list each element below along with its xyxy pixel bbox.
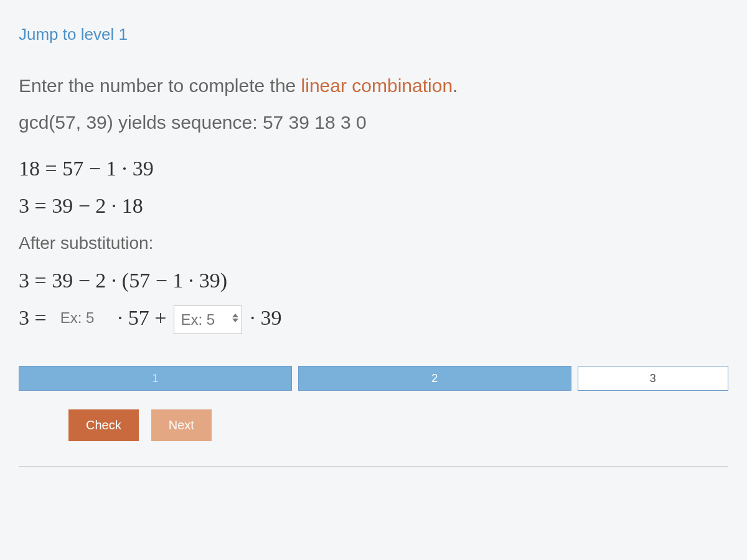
- stepper-down-icon[interactable]: [232, 319, 238, 322]
- math-line-3: 3 = 39 − 2 · (57 − 1 · 39): [19, 264, 728, 297]
- stepper-controls: [232, 314, 238, 322]
- progress-segment-1[interactable]: 1: [19, 366, 292, 391]
- instruction-accent: linear combination: [301, 75, 453, 96]
- gcd-sequence-text: gcd(57, 39) yields sequence: 57 39 18 3 …: [19, 112, 728, 133]
- progress-segment-3[interactable]: 3: [578, 366, 728, 391]
- jump-to-level-link[interactable]: Jump to level 1: [19, 25, 128, 44]
- check-button[interactable]: Check: [68, 409, 139, 441]
- line4-mid2: · 39: [250, 301, 281, 335]
- after-substitution-label: After substitution:: [19, 230, 728, 258]
- next-button[interactable]: Next: [151, 409, 212, 441]
- stepper-up-icon[interactable]: [232, 314, 238, 317]
- math-line-2: 3 = 39 − 2 · 18: [19, 189, 728, 223]
- line4-mid1: · 57 +: [118, 301, 167, 335]
- instruction-suffix: .: [453, 75, 458, 96]
- instruction-text: Enter the number to complete the linear …: [19, 75, 728, 96]
- progress-segment-2[interactable]: 2: [298, 366, 571, 391]
- button-row: Check Next: [19, 409, 728, 441]
- line4-lhs: 3 =: [19, 301, 47, 335]
- math-line-1: 18 = 57 − 1 · 39: [19, 152, 728, 185]
- math-block: 18 = 57 − 1 · 39 3 = 39 − 2 · 18 After s…: [19, 152, 728, 335]
- progress-bar: 1 2 3: [19, 366, 728, 391]
- instruction-prefix: Enter the number to complete the: [19, 75, 301, 96]
- coefficient-input-1[interactable]: [54, 304, 110, 332]
- divider: [19, 466, 728, 467]
- math-line-4: 3 = · 57 + · 39: [19, 301, 728, 335]
